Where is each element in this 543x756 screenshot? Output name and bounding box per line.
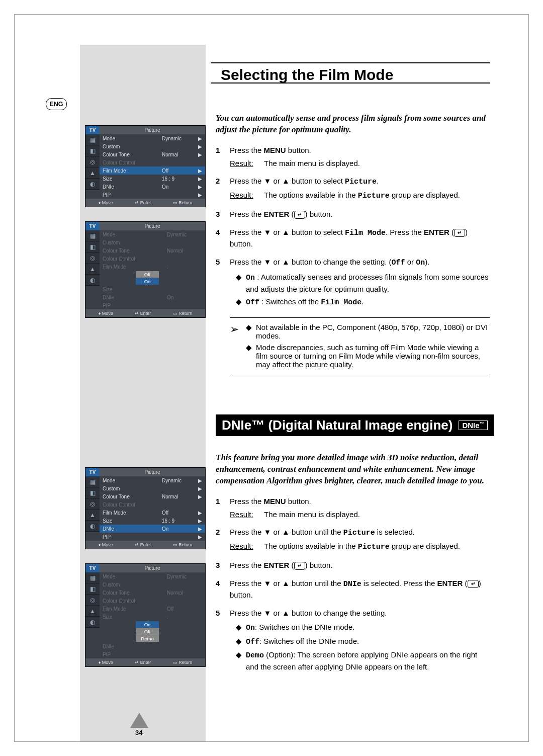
osd-item-label: Colour Control — [103, 256, 202, 262]
osd-item-value: Off — [162, 168, 197, 174]
osd-item-label: Size — [103, 287, 202, 292]
step-number: 3 — [216, 560, 230, 571]
osd-item-value: On — [162, 184, 197, 190]
page-number: 34 — [135, 729, 142, 736]
step-number: 1 — [216, 145, 230, 169]
osd-item-value: Off — [162, 510, 197, 516]
osd-screenshots-column: TV Picture ▦ ◧ ◎ ▲ ◐ ModeDynamic▶ Custom… — [85, 125, 206, 332]
foot-return: Return — [178, 311, 192, 316]
osd-item-label: PIP — [103, 303, 202, 308]
section-2-content: This feature bring you more detailed ima… — [216, 452, 490, 682]
osd-menu-4: TVPicture ▦◧◎▲◐ ModeDynamic Custom Colou… — [85, 563, 206, 667]
osd-popup-demo: Demo — [136, 635, 159, 642]
osd-item-label: DNIe — [103, 295, 167, 300]
osd-popup-on: On — [136, 278, 159, 285]
note-text: Not available in the PC, Component (480p… — [256, 323, 490, 340]
section-1-intro: You can automatically sense and process … — [216, 113, 490, 136]
osd-tv-label: TV — [85, 468, 100, 476]
sound-icon: ◧ — [85, 145, 100, 156]
step-number: 5 — [216, 257, 230, 310]
enter-button-icon: ↵ — [294, 562, 305, 570]
osd-item-value: Normal — [162, 152, 197, 157]
result-text: The main menu is displayed. — [264, 158, 490, 169]
osd-item-label: Colour Control — [103, 160, 162, 165]
setup-icon: ▲ — [85, 167, 100, 179]
chevron-right-icon: ▶ — [197, 144, 202, 149]
osd-item-label: Mode — [103, 574, 167, 579]
result-text: The main menu is displayed. — [264, 509, 490, 520]
step-number: 2 — [216, 527, 230, 553]
step-text: Press the ▼ or ▲ button to change the se… — [230, 258, 429, 266]
osd-item-label: Film Mode — [103, 606, 167, 612]
page-arrow-icon — [130, 713, 148, 728]
osd-item-label: Mode — [103, 478, 162, 483]
bullet-diamond-icon: ◆ — [246, 323, 256, 340]
osd-item-label: Film Mode — [103, 264, 167, 270]
foot-move: Move — [102, 200, 113, 205]
osd-tv-label: TV — [85, 126, 100, 134]
osd-tv-label: TV — [85, 564, 100, 572]
enter-button-icon: ↵ — [294, 211, 305, 219]
result-label: Result: — [230, 158, 264, 169]
osd-menu-2: TV Picture ▦◧◎▲◐ ModeDynamic Custom Colo… — [85, 221, 206, 318]
osd-item-label: Colour Tone — [103, 590, 167, 596]
section-1-content: You can automatically sense and process … — [216, 113, 490, 377]
osd-popup-on: On — [136, 621, 159, 628]
step-number: 3 — [216, 209, 230, 220]
step-number: 4 — [216, 227, 230, 250]
step-text: Press the ▼ or ▲ button to select Pictur… — [230, 177, 379, 185]
osd-item-value: On — [162, 526, 197, 532]
foot-enter: Enter — [140, 200, 151, 205]
result-text: The options available in the Picture gro… — [264, 190, 490, 202]
bullet-diamond-icon: ◆ — [236, 296, 246, 308]
result-text: The options available in the Picture gro… — [264, 541, 490, 553]
osd-item-value: Dynamic — [167, 574, 202, 579]
section-2-header: DNIe™ (Digital Natural Image engine) DNI… — [216, 414, 497, 436]
osd-item-label: DNIe — [103, 184, 162, 190]
step-number: 2 — [216, 176, 230, 202]
step-text: Press the ▼ or ▲ button to change the se… — [230, 609, 387, 617]
osd-item-label: Colour Tone — [103, 494, 162, 499]
osd-item-label: DNIe — [103, 526, 162, 532]
osd-popup-off: Off — [136, 628, 159, 635]
section-2-intro: This feature bring you more detailed ima… — [216, 452, 490, 487]
chevron-right-icon: ▶ — [197, 168, 202, 174]
page-frame: Selecting the Film Mode ENG TV Picture ▦… — [14, 14, 529, 742]
bullet-diamond-icon: ◆ — [236, 636, 246, 648]
bullet-diamond-icon: ◆ — [236, 649, 246, 673]
osd-item-value: Dynamic — [167, 232, 202, 237]
osd-item-label: PIP — [103, 652, 202, 657]
note-text: Mode discrepancies, such as turning off … — [256, 343, 490, 369]
osd-item-label: Colour Tone — [103, 248, 167, 254]
enter-button-icon: ↵ — [468, 580, 479, 588]
result-label: Result: — [230, 541, 264, 553]
chevron-right-icon: ▶ — [197, 176, 202, 182]
osd-item-label: Custom — [103, 144, 162, 149]
osd-item-value: 16 : 9 — [162, 518, 197, 524]
osd-item-label: Custom — [103, 582, 202, 587]
channel-icon: ◎ — [85, 156, 100, 167]
picture-icon: ▦ — [85, 134, 100, 145]
step-text: Press the MENU button. — [230, 146, 311, 154]
chevron-right-icon: ▶ — [197, 184, 202, 190]
osd-item-label: Colour Tone — [103, 152, 162, 157]
osd-title: Picture — [100, 222, 205, 230]
step-text: Press the ▼ or ▲ button to select Film M… — [230, 228, 468, 248]
language-badge: ENG — [46, 98, 67, 110]
osd-item-label: Custom — [103, 486, 197, 491]
chevron-right-icon: ▶ — [197, 152, 202, 157]
note-block: ➢ ◆Not available in the PC, Component (4… — [230, 317, 490, 377]
osd-item-label: Size — [103, 614, 167, 620]
step-text: Press the ▼ or ▲ button until the DNIe i… — [230, 579, 481, 600]
osd-title: Picture — [100, 468, 205, 476]
osd-item-label: Size — [103, 518, 162, 524]
osd-menu-1: TV Picture ▦ ◧ ◎ ▲ ◐ ModeDynamic▶ Custom… — [85, 125, 206, 207]
osd-item-value: Normal — [162, 494, 197, 499]
note-arrow-icon: ➢ — [230, 323, 246, 372]
osd-item-value: Off — [167, 606, 202, 612]
osd-item-label: DNIe — [103, 644, 202, 649]
step-text: Press the MENU button. — [230, 497, 311, 506]
osd-item-label: PIP — [103, 534, 197, 540]
dnie-logo-icon: DNIe™ — [459, 421, 487, 430]
bullet-diamond-icon: ◆ — [246, 343, 256, 369]
